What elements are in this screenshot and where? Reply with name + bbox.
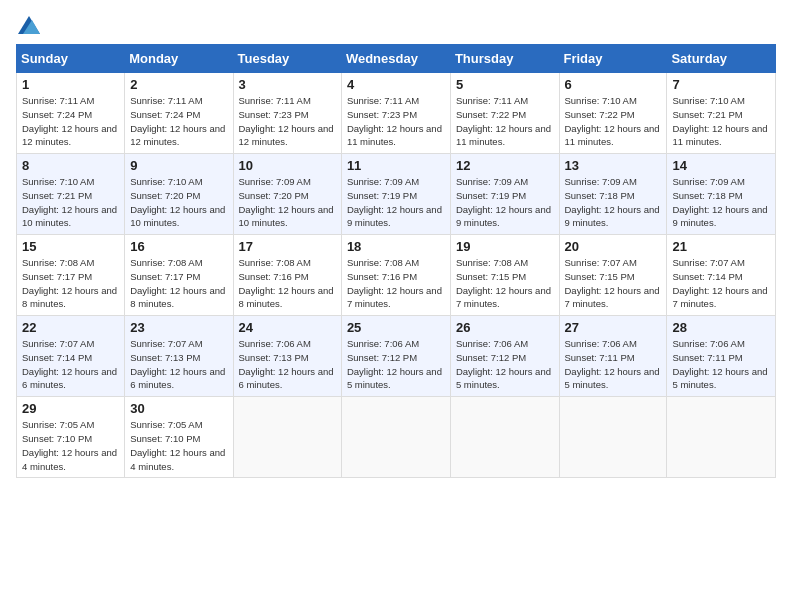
sunset-label: Sunset: 7:14 PM: [672, 271, 742, 282]
day-number: 14: [672, 158, 770, 173]
day-info: Sunrise: 7:07 AM Sunset: 7:14 PM Dayligh…: [22, 337, 119, 392]
day-number: 17: [239, 239, 336, 254]
daylight-label: Daylight: 12 hours and 11 minutes.: [347, 123, 442, 148]
sunrise-label: Sunrise: 7:09 AM: [565, 176, 637, 187]
calendar-week-row: 8 Sunrise: 7:10 AM Sunset: 7:21 PM Dayli…: [17, 154, 776, 235]
day-info: Sunrise: 7:11 AM Sunset: 7:22 PM Dayligh…: [456, 94, 554, 149]
sunset-label: Sunset: 7:11 PM: [565, 352, 635, 363]
calendar-cell: [667, 397, 776, 478]
day-info: Sunrise: 7:06 AM Sunset: 7:12 PM Dayligh…: [347, 337, 445, 392]
calendar-cell: [341, 397, 450, 478]
sunrise-label: Sunrise: 7:07 AM: [565, 257, 637, 268]
day-info: Sunrise: 7:05 AM Sunset: 7:10 PM Dayligh…: [22, 418, 119, 473]
calendar-cell: 2 Sunrise: 7:11 AM Sunset: 7:24 PM Dayli…: [125, 73, 233, 154]
day-info: Sunrise: 7:05 AM Sunset: 7:10 PM Dayligh…: [130, 418, 227, 473]
day-header-thursday: Thursday: [450, 45, 559, 73]
day-info: Sunrise: 7:08 AM Sunset: 7:16 PM Dayligh…: [347, 256, 445, 311]
calendar-cell: 15 Sunrise: 7:08 AM Sunset: 7:17 PM Dayl…: [17, 235, 125, 316]
sunrise-label: Sunrise: 7:06 AM: [565, 338, 637, 349]
day-number: 9: [130, 158, 227, 173]
sunrise-label: Sunrise: 7:08 AM: [22, 257, 94, 268]
sunrise-label: Sunrise: 7:11 AM: [239, 95, 311, 106]
sunset-label: Sunset: 7:13 PM: [130, 352, 200, 363]
day-info: Sunrise: 7:08 AM Sunset: 7:15 PM Dayligh…: [456, 256, 554, 311]
sunset-label: Sunset: 7:12 PM: [456, 352, 526, 363]
calendar-week-row: 29 Sunrise: 7:05 AM Sunset: 7:10 PM Dayl…: [17, 397, 776, 478]
sunrise-label: Sunrise: 7:09 AM: [347, 176, 419, 187]
calendar-cell: 14 Sunrise: 7:09 AM Sunset: 7:18 PM Dayl…: [667, 154, 776, 235]
sunset-label: Sunset: 7:23 PM: [239, 109, 309, 120]
daylight-label: Daylight: 12 hours and 5 minutes.: [672, 366, 767, 391]
sunset-label: Sunset: 7:21 PM: [22, 190, 92, 201]
day-info: Sunrise: 7:09 AM Sunset: 7:18 PM Dayligh…: [672, 175, 770, 230]
day-header-monday: Monday: [125, 45, 233, 73]
day-header-wednesday: Wednesday: [341, 45, 450, 73]
day-number: 22: [22, 320, 119, 335]
calendar-cell: 12 Sunrise: 7:09 AM Sunset: 7:19 PM Dayl…: [450, 154, 559, 235]
sunrise-label: Sunrise: 7:10 AM: [130, 176, 202, 187]
sunrise-label: Sunrise: 7:07 AM: [672, 257, 744, 268]
sunrise-label: Sunrise: 7:08 AM: [239, 257, 311, 268]
day-number: 24: [239, 320, 336, 335]
sunrise-label: Sunrise: 7:05 AM: [130, 419, 202, 430]
sunset-label: Sunset: 7:24 PM: [130, 109, 200, 120]
calendar-cell: 28 Sunrise: 7:06 AM Sunset: 7:11 PM Dayl…: [667, 316, 776, 397]
sunset-label: Sunset: 7:16 PM: [347, 271, 417, 282]
sunrise-label: Sunrise: 7:06 AM: [239, 338, 311, 349]
daylight-label: Daylight: 12 hours and 8 minutes.: [239, 285, 334, 310]
day-info: Sunrise: 7:09 AM Sunset: 7:19 PM Dayligh…: [347, 175, 445, 230]
calendar-cell: 19 Sunrise: 7:08 AM Sunset: 7:15 PM Dayl…: [450, 235, 559, 316]
sunset-label: Sunset: 7:21 PM: [672, 109, 742, 120]
day-number: 18: [347, 239, 445, 254]
calendar-cell: 24 Sunrise: 7:06 AM Sunset: 7:13 PM Dayl…: [233, 316, 341, 397]
day-info: Sunrise: 7:08 AM Sunset: 7:17 PM Dayligh…: [22, 256, 119, 311]
calendar-week-row: 1 Sunrise: 7:11 AM Sunset: 7:24 PM Dayli…: [17, 73, 776, 154]
day-info: Sunrise: 7:10 AM Sunset: 7:20 PM Dayligh…: [130, 175, 227, 230]
page-header: [16, 16, 776, 34]
sunset-label: Sunset: 7:22 PM: [456, 109, 526, 120]
day-number: 23: [130, 320, 227, 335]
daylight-label: Daylight: 12 hours and 12 minutes.: [130, 123, 225, 148]
daylight-label: Daylight: 12 hours and 6 minutes.: [239, 366, 334, 391]
daylight-label: Daylight: 12 hours and 9 minutes.: [347, 204, 442, 229]
calendar-cell: 27 Sunrise: 7:06 AM Sunset: 7:11 PM Dayl…: [559, 316, 667, 397]
calendar-cell: [559, 397, 667, 478]
calendar-table: SundayMondayTuesdayWednesdayThursdayFrid…: [16, 44, 776, 478]
daylight-label: Daylight: 12 hours and 7 minutes.: [672, 285, 767, 310]
calendar-cell: 13 Sunrise: 7:09 AM Sunset: 7:18 PM Dayl…: [559, 154, 667, 235]
day-info: Sunrise: 7:10 AM Sunset: 7:21 PM Dayligh…: [22, 175, 119, 230]
sunrise-label: Sunrise: 7:10 AM: [565, 95, 637, 106]
calendar-cell: 6 Sunrise: 7:10 AM Sunset: 7:22 PM Dayli…: [559, 73, 667, 154]
day-number: 26: [456, 320, 554, 335]
sunrise-label: Sunrise: 7:08 AM: [347, 257, 419, 268]
sunset-label: Sunset: 7:17 PM: [130, 271, 200, 282]
calendar-cell: [233, 397, 341, 478]
calendar-cell: 9 Sunrise: 7:10 AM Sunset: 7:20 PM Dayli…: [125, 154, 233, 235]
sunrise-label: Sunrise: 7:09 AM: [672, 176, 744, 187]
sunset-label: Sunset: 7:19 PM: [456, 190, 526, 201]
day-number: 6: [565, 77, 662, 92]
day-number: 16: [130, 239, 227, 254]
day-number: 13: [565, 158, 662, 173]
day-number: 28: [672, 320, 770, 335]
day-number: 21: [672, 239, 770, 254]
sunset-label: Sunset: 7:12 PM: [347, 352, 417, 363]
sunset-label: Sunset: 7:18 PM: [672, 190, 742, 201]
calendar-cell: 26 Sunrise: 7:06 AM Sunset: 7:12 PM Dayl…: [450, 316, 559, 397]
daylight-label: Daylight: 12 hours and 5 minutes.: [565, 366, 660, 391]
day-info: Sunrise: 7:07 AM Sunset: 7:15 PM Dayligh…: [565, 256, 662, 311]
daylight-label: Daylight: 12 hours and 6 minutes.: [22, 366, 117, 391]
sunrise-label: Sunrise: 7:11 AM: [456, 95, 528, 106]
daylight-label: Daylight: 12 hours and 8 minutes.: [22, 285, 117, 310]
sunset-label: Sunset: 7:19 PM: [347, 190, 417, 201]
calendar-week-row: 15 Sunrise: 7:08 AM Sunset: 7:17 PM Dayl…: [17, 235, 776, 316]
sunset-label: Sunset: 7:10 PM: [22, 433, 92, 444]
day-info: Sunrise: 7:06 AM Sunset: 7:12 PM Dayligh…: [456, 337, 554, 392]
sunrise-label: Sunrise: 7:08 AM: [130, 257, 202, 268]
day-number: 4: [347, 77, 445, 92]
daylight-label: Daylight: 12 hours and 4 minutes.: [22, 447, 117, 472]
day-info: Sunrise: 7:09 AM Sunset: 7:18 PM Dayligh…: [565, 175, 662, 230]
day-number: 29: [22, 401, 119, 416]
day-info: Sunrise: 7:11 AM Sunset: 7:24 PM Dayligh…: [130, 94, 227, 149]
daylight-label: Daylight: 12 hours and 9 minutes.: [456, 204, 551, 229]
